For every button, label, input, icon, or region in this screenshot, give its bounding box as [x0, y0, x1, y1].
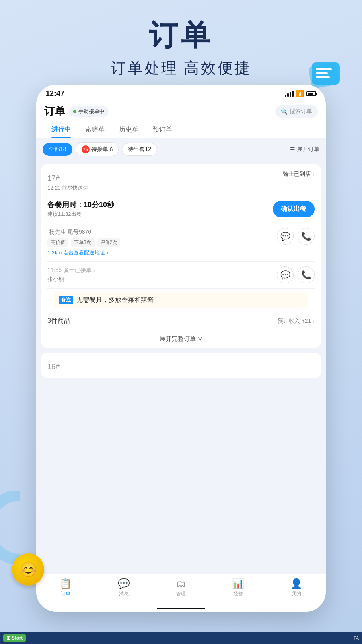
signal-icon	[285, 91, 294, 97]
expand-icon: ☰	[290, 146, 295, 153]
filter-waiting-label: 待出餐12	[128, 146, 151, 153]
order-card-16: 16#	[41, 353, 321, 378]
status-icons: 📶	[285, 90, 316, 97]
filter-bar: 全部18 75 待接单 6 待出餐12 ☰ 展开订单	[36, 138, 326, 160]
note-text: 无需餐具，多放香菜和辣酱	[76, 296, 154, 304]
nav-manage-icon: 🗂	[176, 578, 186, 589]
order-time-hint: 12:20 前尽快送达	[47, 184, 88, 192]
nav-profile-icon: 👤	[290, 578, 302, 589]
coin-decoration: 😊	[12, 553, 44, 586]
customer-call-button[interactable]: 📞	[298, 228, 315, 245]
rider-name: 张小明	[47, 276, 95, 283]
confirm-meal-button[interactable]: 确认出餐	[273, 201, 315, 217]
order-list: 17# 12:20 前尽快送达 骑士已到店 › 备餐用时：10分10秒 建议11…	[36, 160, 326, 574]
tag-review-count: 评价2次	[97, 238, 121, 247]
income-display[interactable]: 预计收入 ¥21 ›	[278, 318, 315, 325]
app-header: 订单 手动接单中 🔍 搜索订单 进行中 索赔单 历史单	[36, 101, 326, 138]
tab-history[interactable]: 历史单	[112, 122, 146, 138]
nav-manage-label: 管理	[176, 590, 186, 597]
nav-messages-icon: 💬	[118, 578, 130, 589]
filter-waiting[interactable]: 待出餐12	[122, 143, 157, 156]
nav-orders-icon: 📋	[60, 578, 72, 589]
wifi-icon: 📶	[296, 90, 304, 97]
search-label: 搜索订单	[290, 108, 312, 115]
home-indicator	[36, 605, 326, 612]
bottom-nav: 📋 订单 💬 消息 🗂 管理 📊 经营 👤 我的	[36, 574, 326, 605]
status-badge: 手动接单中	[69, 106, 109, 117]
expand-label: 展开订单	[297, 146, 319, 153]
nav-analytics-label: 经营	[233, 590, 243, 597]
status-time: 12:47	[46, 89, 64, 98]
customer-row: 杨先生尾号9876 高价值 下单3次 评价2次 1.2km 点击查看配送地址 ›…	[41, 223, 321, 261]
income-label: 预计收入 ¥21	[278, 318, 311, 325]
windows-taskbar: ⊞Start iTA	[0, 632, 362, 644]
customer-action-btns: 💬 📞	[277, 228, 315, 245]
order-footer: 3件商品 预计收入 ¥21 ›	[41, 312, 321, 330]
tab-claims[interactable]: 索赔单	[78, 122, 112, 138]
rider-row: 11:55 骑士已接单 › 张小明 💬 📞	[41, 262, 321, 288]
rider-arrived-status[interactable]: 骑士已到店 ›	[283, 171, 315, 178]
nav-messages[interactable]: 💬 消息	[118, 578, 130, 597]
note-wrapper: 备注 无需餐具，多放香菜和辣酱	[41, 289, 321, 308]
order-header-17: 17# 12:20 前尽快送达 骑士已到店 ›	[41, 164, 321, 195]
prep-hint: 建议11:32出餐	[47, 211, 114, 218]
rider-message-button[interactable]: 💬	[277, 266, 294, 283]
nav-orders[interactable]: 📋 订单	[60, 578, 72, 597]
status-dot-icon	[73, 110, 76, 113]
note-label: 备注	[59, 296, 73, 304]
phone-frame: 12:47 📶 订单 手动接单中 🔍	[36, 85, 326, 612]
pending-badge: 75	[82, 145, 90, 153]
customer-tags: 高价值 下单3次 评价2次	[47, 238, 120, 247]
filter-pending[interactable]: 75 待接单 6	[76, 142, 119, 156]
order-number-16: 16#	[47, 359, 315, 372]
chevron-icon: ›	[93, 267, 95, 273]
svg-rect-3	[316, 72, 328, 74]
chevron-right-icon: ›	[313, 171, 315, 178]
battery-icon	[306, 91, 316, 96]
pending-count: 6	[110, 146, 113, 153]
svg-rect-2	[316, 68, 332, 70]
tab-preorder[interactable]: 预订单	[146, 122, 179, 138]
nav-analytics-icon: 📊	[232, 578, 244, 589]
filter-pending-label: 待接单	[91, 146, 108, 153]
taskbar-time: iTA	[352, 636, 359, 640]
rider-info: 11:55 骑士已接单 ›	[47, 266, 95, 274]
tag-high-value: 高价值	[47, 238, 68, 247]
filter-all[interactable]: 全部18	[43, 143, 72, 156]
customer-message-button[interactable]: 💬	[277, 228, 294, 245]
rider-call-button[interactable]: 📞	[298, 266, 315, 283]
prep-time-text: 备餐用时：10分10秒	[47, 200, 114, 210]
chevron-right-icon: ›	[313, 318, 315, 324]
search-button[interactable]: 🔍 搜索订单	[275, 105, 318, 118]
rider-action-btns: 💬 📞	[277, 266, 315, 283]
nav-profile[interactable]: 👤 我的	[290, 578, 302, 597]
search-icon: 🔍	[281, 108, 288, 115]
customer-distance[interactable]: 1.2km 点击查看配送地址 ›	[47, 249, 120, 256]
customer-name: 杨先生尾号9876	[47, 228, 120, 236]
start-button[interactable]: ⊞Start	[3, 634, 26, 642]
filter-all-label: 全部18	[49, 146, 66, 153]
order-number-17: 17#	[47, 171, 88, 184]
status-badge-label: 手动接单中	[78, 108, 105, 115]
prep-time-row: 备餐用时：10分10秒 建议11:32出餐 确认出餐	[41, 195, 321, 223]
hero-title: 订单	[0, 16, 362, 55]
tag-order-count: 下单3次	[71, 238, 95, 247]
app-title: 订单	[44, 104, 65, 118]
nav-messages-label: 消息	[119, 590, 129, 597]
status-bar: 12:47 📶	[36, 85, 326, 101]
expand-orders-btn[interactable]: ☰ 展开订单	[290, 146, 319, 153]
chevron-right-icon: ›	[107, 250, 108, 256]
order-card-17: 17# 12:20 前尽快送达 骑士已到店 › 备餐用时：10分10秒 建议11…	[41, 164, 321, 348]
nav-analytics[interactable]: 📊 经营	[232, 578, 244, 597]
expand-full-order-button[interactable]: 展开完整订单 ∨	[41, 330, 321, 348]
items-count: 3件商品	[47, 317, 70, 325]
home-bar	[157, 608, 205, 609]
tab-active[interactable]: 进行中	[44, 122, 78, 138]
svg-rect-4	[316, 76, 330, 78]
order-note: 备注 无需餐具，多放香菜和辣酱	[54, 292, 308, 308]
nav-manage[interactable]: 🗂 管理	[176, 578, 186, 597]
nav-profile-label: 我的	[292, 590, 301, 597]
tab-bar: 进行中 索赔单 历史单 预订单	[44, 122, 318, 138]
nav-orders-label: 订单	[61, 590, 70, 597]
